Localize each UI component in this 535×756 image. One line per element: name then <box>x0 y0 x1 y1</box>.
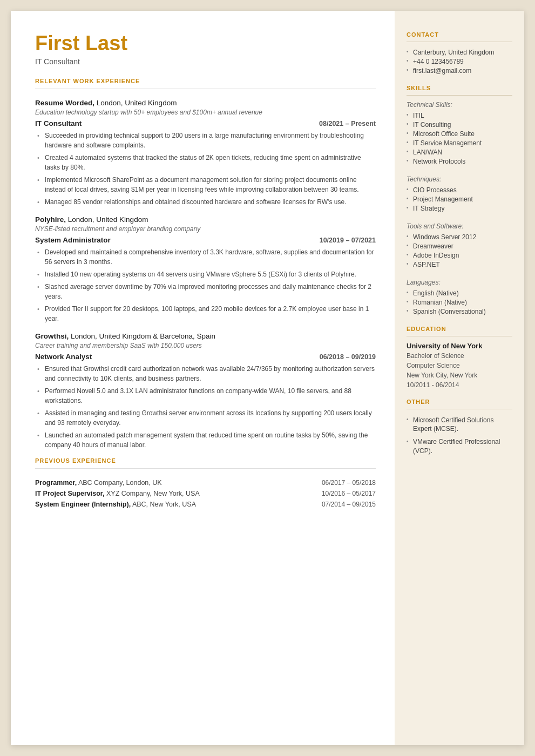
skill-service-mgmt: IT Service Management <box>407 138 512 147</box>
other-divider <box>407 409 512 409</box>
job-dates-1: 08/2021 – Present <box>319 120 376 127</box>
bullet-2-3: Slashed average server downtime by 70% v… <box>37 282 376 301</box>
other-item-2: VMware Certified Professional (VCP). <box>407 437 512 457</box>
job-role-1: IT Consultant <box>35 119 82 127</box>
prev-role-3: System Engineer (Internship), ABC, New Y… <box>35 499 292 510</box>
tool-indesign: Adobe InDesign <box>407 251 512 260</box>
languages-label: Languages: <box>407 279 512 286</box>
techniques-label: Techniques: <box>407 176 512 183</box>
right-column: CONTACT Canterbury, United Kingdom +44 0… <box>395 11 524 745</box>
technical-skills-list: ITIL IT Consulting Microsoft Office Suit… <box>407 111 512 166</box>
education-title: EDUCATION <box>407 326 512 332</box>
tools-list: Windows Server 2012 Dreamweaver Adobe In… <box>407 232 512 269</box>
edu-location: New York City, New York <box>407 370 512 380</box>
skill-itil: ITIL <box>407 111 512 120</box>
education-section: EDUCATION University of New York Bachelo… <box>407 326 512 390</box>
company-header-3: Growthsi, London, United Kingdom & Barce… <box>35 331 376 341</box>
prev-role-2: IT Project Supervisor, XYZ Company, New … <box>35 488 292 499</box>
contact-item-2: +44 0 123456789 <box>407 57 512 66</box>
skills-title: SKILLS <box>407 85 512 91</box>
job-dates-2: 10/2019 – 07/2021 <box>320 237 376 244</box>
job-row-1: IT Consultant 08/2021 – Present <box>35 119 376 127</box>
company-desc-3: Career training and membership SaaS with… <box>35 342 376 349</box>
company-desc-2: NYSE-listed recruitment and employer bra… <box>35 225 376 233</box>
tool-aspnet: ASP.NET <box>407 260 512 269</box>
degree: Bachelor of Science <box>407 351 512 361</box>
prev-row-2: IT Project Supervisor, XYZ Company, New … <box>35 488 376 499</box>
skills-divider <box>407 95 512 96</box>
previous-exp-title: PREVIOUS EXPERIENCE <box>35 457 376 464</box>
contact-title: CONTACT <box>407 31 512 38</box>
skill-lanwan: LAN/WAN <box>407 147 512 157</box>
education-block: University of New York Bachelor of Scien… <box>407 342 512 390</box>
prev-row-3: System Engineer (Internship), ABC, New Y… <box>35 499 376 510</box>
resume-container: First Last IT Consultant RELEVANT WORK E… <box>11 11 524 745</box>
skill-consulting: IT Consulting <box>407 120 512 129</box>
job-block-2: Polyhire, London, United Kingdom NYSE-li… <box>35 214 376 323</box>
company-location-3: London, United Kingdom & Barcelona, Spai… <box>69 332 215 340</box>
technical-skills-label: Technical Skills: <box>407 101 512 109</box>
languages-list: English (Native) Romanian (Native) Spani… <box>407 288 512 316</box>
prev-dates-3: 07/2014 – 09/2015 <box>292 499 376 510</box>
previous-exp-divider <box>35 468 376 469</box>
job-bullets-2: Developed and maintained a comprehensive… <box>35 247 376 323</box>
edu-dates: 10/2011 - 06/2014 <box>407 380 512 390</box>
bullet-1-1: Succeeded in providing technical support… <box>37 131 376 150</box>
bullet-3-3: Assisted in managing and testing Growths… <box>37 408 376 428</box>
contact-item-1: Canterbury, United Kingdom <box>407 48 512 57</box>
name: First Last <box>35 32 376 55</box>
prev-row-1: Programmer, ABC Company, London, UK 06/2… <box>35 477 376 488</box>
prev-dates-1: 06/2017 – 05/2018 <box>292 477 376 488</box>
technique-cio: CIO Processes <box>407 185 512 194</box>
prev-dates-2: 10/2016 – 05/2017 <box>292 488 376 499</box>
company-desc-1: Education technology startup with 50+ em… <box>35 109 376 116</box>
prev-role-1: Programmer, ABC Company, London, UK <box>35 477 292 488</box>
skill-network: Network Protocols <box>407 157 512 166</box>
relevant-work-title: RELEVANT WORK EXPERIENCE <box>35 78 376 84</box>
tool-windows: Windows Server 2012 <box>407 232 512 241</box>
company-name-3: Growthsi, <box>35 332 69 340</box>
skill-office: Microsoft Office Suite <box>407 129 512 138</box>
lang-english: English (Native) <box>407 288 512 298</box>
left-column: First Last IT Consultant RELEVANT WORK E… <box>11 11 395 745</box>
bullet-1-4: Managed 85 vendor relationships and obta… <box>37 197 376 207</box>
other-list: Microsoft Certified Solutions Expert (MC… <box>407 415 512 456</box>
company-location-1: London, United Kingdom <box>94 99 177 107</box>
skills-section: SKILLS Technical Skills: ITIL IT Consult… <box>407 85 512 316</box>
bullet-3-4: Launched an automated patch management s… <box>37 430 376 450</box>
job-bullets-3: Ensured that Growthsi credit card author… <box>35 364 376 450</box>
job-row-3: Network Analyst 06/2018 – 09/2019 <box>35 353 376 361</box>
contact-divider <box>407 42 512 42</box>
lang-romanian: Romanian (Native) <box>407 298 512 307</box>
job-role-2: System Administrator <box>35 236 111 244</box>
relevant-work-divider <box>35 89 376 89</box>
job-bullets-1: Succeeded in providing technical support… <box>35 131 376 207</box>
job-dates-3: 06/2018 – 09/2019 <box>320 353 376 361</box>
bullet-1-2: Created 4 automated systems that tracked… <box>37 153 376 172</box>
bullet-3-2: Performed Novell 5.0 and 3.1X LAN admini… <box>37 386 376 406</box>
company-name-2: Polyhire, <box>35 215 66 224</box>
job-block-3: Growthsi, London, United Kingdom & Barce… <box>35 331 376 450</box>
company-name-1: Resume Worded, <box>35 99 94 107</box>
other-title: OTHER <box>407 399 512 405</box>
job-block-1: Resume Worded, London, United Kingdom Ed… <box>35 98 376 207</box>
techniques-list: CIO Processes Project Management IT Stra… <box>407 185 512 213</box>
technique-strategy: IT Strategy <box>407 204 512 213</box>
contact-list: Canterbury, United Kingdom +44 0 1234567… <box>407 48 512 75</box>
contact-item-3: first.last@gmail.com <box>407 66 512 75</box>
lang-spanish: Spanish (Conversational) <box>407 307 512 316</box>
other-item-1: Microsoft Certified Solutions Expert (MC… <box>407 415 512 435</box>
university-name: University of New York <box>407 342 512 350</box>
company-location-2: London, United Kingdom <box>66 215 148 224</box>
other-section: OTHER Microsoft Certified Solutions Expe… <box>407 399 512 456</box>
bullet-2-2: Installed 10 new operating systems on 44… <box>37 269 376 279</box>
job-row-2: System Administrator 10/2019 – 07/2021 <box>35 236 376 244</box>
job-role-3: Network Analyst <box>35 353 92 361</box>
tool-dreamweaver: Dreamweaver <box>407 241 512 251</box>
contact-section: CONTACT Canterbury, United Kingdom +44 0… <box>407 31 512 75</box>
education-divider <box>407 336 512 336</box>
company-header-1: Resume Worded, London, United Kingdom <box>35 98 376 107</box>
bullet-1-3: Implemented Microsoft SharePoint as a do… <box>37 175 376 194</box>
previous-experience-table: Programmer, ABC Company, London, UK 06/2… <box>35 477 376 510</box>
tools-label: Tools and Software: <box>407 222 512 230</box>
